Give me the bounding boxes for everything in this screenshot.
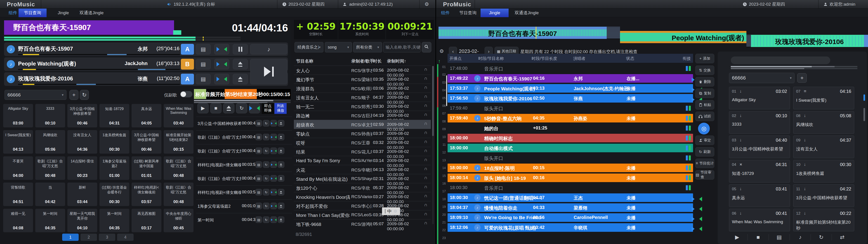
play-button[interactable]: ▶	[197, 103, 209, 114]
jingle-slot-card[interactable]: 02↓00:103333	[729, 111, 790, 134]
page-button-3[interactable]: 3	[99, 234, 115, 241]
tab-components[interactable]: 组件	[436, 8, 454, 17]
jingle-card[interactable]: 1海参父母返场篇201:00	[99, 156, 129, 180]
skip-button[interactable]	[270, 189, 277, 195]
deck-badge[interactable]: A	[181, 74, 194, 85]
jingle-slot-card[interactable]: 06↓00:41When Mac Was Swimming	[729, 209, 790, 231]
schedule-settings-icon[interactable]: ⚙	[439, 48, 444, 54]
jingle-slot-card[interactable]: 04×04:31知道-18729	[729, 160, 790, 183]
skip-button[interactable]	[214, 59, 229, 69]
headphones-icon[interactable]: ∩	[424, 112, 427, 117]
jingle-card[interactable]: 3月公益-中国精神收获希望00:46	[131, 130, 161, 154]
headphones-icon[interactable]: ∩	[424, 148, 427, 153]
schedule-row[interactable]: 17:49:22♪野百合也有春天-1590704:16永邦在播...	[447, 74, 693, 83]
song-row[interactable]: 地下铁-9668RCS/游鸿明05:072009-08-02 00:00:00∩	[294, 219, 431, 228]
mode-instant-button[interactable]: 即点即播	[262, 103, 274, 114]
jingle-card[interactable]: 背叛情歌04:51	[3, 183, 33, 206]
skip-button[interactable]	[214, 74, 229, 84]
deck-row[interactable]: ♪People Watching(观者)JackJohn(16")03:13B▤	[4, 57, 288, 71]
deck-row[interactable]: ♪野百合也有春天-15907永邦(25")04:16A▤	[4, 42, 288, 56]
deck-badge[interactable]: B	[181, 59, 194, 69]
schedule-row[interactable]: 18:00:14♪版头 [她电台] 18-1900:16未播	[447, 174, 693, 182]
headphones-icon[interactable]: ∩	[424, 94, 427, 99]
info-button[interactable]: ▤	[255, 203, 262, 209]
note-button[interactable]: ♪	[250, 44, 287, 55]
eject-button[interactable]	[278, 203, 284, 209]
song-row[interactable]: 火花RCS/辛晓琪04:132009-08-02 00:00:00∩	[294, 165, 431, 174]
headphones-icon[interactable]: ∩	[424, 202, 427, 207]
jingle-card[interactable]: 风继续吹05:06	[35, 130, 65, 154]
jingle-scrollbar[interactable]	[864, 94, 865, 185]
skip-button[interactable]	[270, 134, 277, 140]
skip-button[interactable]	[270, 161, 277, 168]
loop-button[interactable]: ↻	[236, 103, 247, 114]
jingle-page-select[interactable]: 66666▾	[729, 73, 795, 83]
jingle-card[interactable]: 真永远04:05	[131, 104, 161, 127]
song-table-scrollbar[interactable]	[432, 66, 434, 224]
transport-stop-icon[interactable]: ■	[748, 234, 769, 240]
jingle-slot-card[interactable]: 07=04:16I Swear(我发誓)	[793, 87, 854, 109]
sidebar-paste-button[interactable]: 粘贴	[695, 100, 714, 110]
headphones-icon[interactable]: ∩	[424, 121, 427, 126]
player-file-row[interactable]: 样样红(电视剧<倩女幽魂前传00:03:57▤↻	[196, 185, 292, 199]
song-row[interactable]: 对不起我不爱你RCS/李心洁03:282009-08-02 00:00:00∩	[294, 201, 431, 210]
eject-button[interactable]	[278, 175, 284, 182]
schedule-row[interactable]: 18:00:30♪恍记这一团(普通话翻唱<—!04:07王杰未播	[447, 193, 693, 202]
eject-button[interactable]	[223, 103, 235, 114]
player-file-row[interactable]: 样样红(电视剧<倩女幽魂前传00:03:57▤↻	[196, 158, 292, 172]
schedule-row[interactable]: 18:00:00自动播出模式	[447, 144, 693, 152]
headphones-icon[interactable]: ∩	[424, 85, 427, 90]
info-button[interactable]: ▤	[196, 44, 211, 55]
headphones-icon[interactable]: ∩	[424, 175, 427, 180]
schedule-row[interactable]: 她的台+01:25	[447, 124, 693, 132]
schedule-row[interactable]: 17:59:40版头开口	[447, 104, 693, 113]
headphones-icon[interactable]: ∩	[424, 103, 427, 108]
jingle-card[interactable]: 14点报时-雷佳00:23	[67, 156, 97, 180]
jingle-card[interactable]: 星期一天气晴我离开你04:10	[67, 209, 97, 232]
player-file-row[interactable]: 1海参父母返场篇200:01:00▤↻	[196, 199, 292, 213]
sidebar-approve-button[interactable]: 审定	[695, 135, 714, 145]
song-row[interactable]: 没有丑女人RCS/顺子04:372009-08-02 00:00:00∩	[294, 93, 431, 102]
jingle-slot-card[interactable]: 09↓04:37没有丑女人	[793, 135, 854, 158]
jingle-slot-card[interactable]: 11↓04:223月公益-中国精神收获希望	[793, 184, 854, 207]
jingle-card[interactable]: 第一时间04:35	[35, 209, 65, 232]
info-button[interactable]: ▤	[255, 161, 262, 168]
info-button[interactable]: ▤	[255, 148, 262, 154]
playback-progress-bar[interactable]	[4, 37, 241, 38]
transport-note-icon[interactable]: ♪	[790, 234, 811, 240]
skip-button[interactable]	[270, 120, 277, 126]
loop-button[interactable]: ↻	[263, 161, 270, 168]
page-button-4[interactable]: 4	[117, 234, 133, 241]
jingle-slot-card[interactable]: 08↓05:08风继续吹	[793, 111, 854, 134]
song-row[interactable]: Stand By Me(站在我这边)RCS/Shayn02:312009-08-…	[294, 174, 431, 183]
jingle-card[interactable]: (过期) 树新风孝道中国篇01:01	[131, 156, 161, 180]
jingle-slot-card[interactable]: 12↓00:22标准音频开始第5秒结束第20秒	[793, 209, 854, 231]
sidebar-refresh-button[interactable]: ↻刷新	[695, 147, 714, 157]
jingle-card[interactable]: When Mac Was Swimming03:40	[164, 104, 193, 127]
skip-button[interactable]	[214, 44, 229, 55]
jingle-slot-card[interactable]: 05↓03:41真永远	[729, 184, 790, 207]
headphones-icon[interactable]: ∩	[424, 76, 427, 81]
jingle-card[interactable]: 知道-1872904:31	[99, 104, 129, 127]
song-row[interactable]: 结果RCS/花儿乐03:372009-08-02 00:00:00∩	[294, 147, 431, 156]
waveform-segment-3[interactable]: 玫瑰玫瑰我爱你-20106	[751, 35, 868, 47]
jingle-card[interactable]: 标准音频开始第5秒结束第200:15	[164, 130, 193, 154]
headphones-icon[interactable]: ∩	[424, 211, 427, 216]
tab-dual-jingle[interactable]: 双通道Jingle	[511, 8, 542, 17]
song-row[interactable]: 零缺点RCS/孙燕姿03:372009-08-02 00:00:00∩	[294, 129, 431, 138]
headphones-icon[interactable]: ∩	[424, 139, 427, 144]
jingle-group-select[interactable]: 66666▾	[4, 90, 66, 100]
song-row[interactable]: 放120个心RCS/辛欣05:372009-08-02 00:00:00∩	[294, 183, 431, 192]
sidebar-trash-button[interactable]: 删除	[695, 77, 714, 87]
info-button[interactable]: ▤	[255, 216, 262, 223]
refresh-jingle-button[interactable]: ↻	[80, 90, 89, 100]
headphones-icon[interactable]: ∩	[424, 130, 427, 135]
info-button[interactable]: ▤	[196, 59, 211, 69]
search-button[interactable]	[422, 42, 431, 53]
sidebar-copy-button[interactable]: 复制	[695, 89, 714, 98]
transport-file-icon[interactable]: ▤	[769, 234, 789, 240]
headphones-icon[interactable]: ∩	[424, 166, 427, 171]
song-row[interactable]: Hard To Say I'm SorryRCS/AzYet03:142009-…	[294, 156, 431, 165]
info-button[interactable]: ▤	[196, 74, 211, 84]
play-next-button[interactable]	[250, 59, 287, 84]
